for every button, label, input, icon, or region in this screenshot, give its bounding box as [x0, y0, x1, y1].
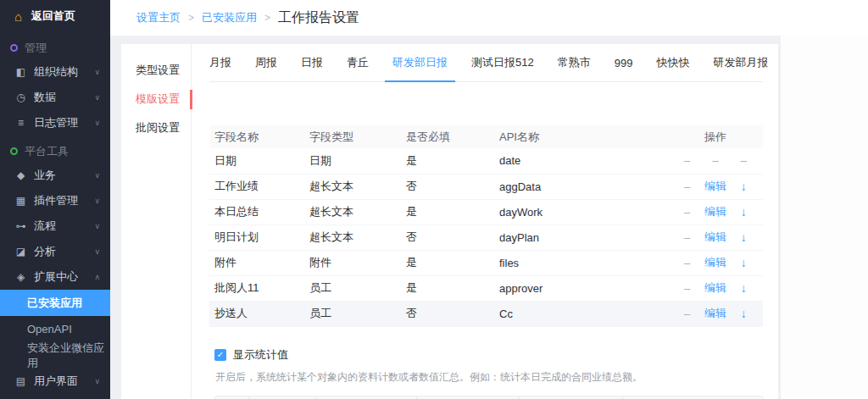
cell-api-name: files: [494, 250, 668, 275]
report-type-tab[interactable]: 青丘: [347, 44, 369, 81]
op-disabled-dash: –: [673, 206, 701, 219]
table-header-row: 字段名称 字段类型 是否必填 API名称 操作: [209, 125, 763, 148]
cell-required: 是: [401, 275, 494, 301]
col-header-required: 是否必填: [401, 125, 494, 148]
report-type-tab[interactable]: 研发部日报: [392, 44, 448, 81]
row-operations: –––: [673, 154, 758, 167]
cell-field-name: 日期: [209, 148, 304, 174]
settings-menu-item[interactable]: 模版设置: [121, 86, 191, 112]
breadcrumb-link-settings-home[interactable]: 设置主页: [136, 10, 181, 25]
cell-field-name: 附件: [209, 250, 304, 275]
move-down-icon[interactable]: ↓: [730, 205, 758, 219]
fields-table: 字段名称 字段类型 是否必填 API名称 操作 日期日期是date–––工作业绩…: [209, 125, 763, 327]
ui-icon: ▤: [14, 375, 27, 387]
cell-required: 是: [401, 148, 494, 174]
op-disabled-dash: –: [730, 154, 758, 167]
sidebar-item[interactable]: ▤用户界面∨: [0, 369, 110, 394]
cell-required: 是: [401, 199, 494, 224]
sidebar-subitem[interactable]: OpenAPI: [0, 316, 110, 342]
sidebar-item-label: 扩展中心: [34, 269, 78, 285]
breadcrumb-separator-icon: >: [188, 12, 194, 24]
settings-menu-item[interactable]: 批阅设置: [121, 115, 191, 141]
report-type-tab[interactable]: 月报: [209, 44, 231, 81]
report-type-tab[interactable]: 日报: [301, 44, 323, 81]
sidebar-item-label: 日志管理: [34, 115, 78, 130]
report-type-tab[interactable]: 测试日报512: [471, 44, 534, 81]
report-type-tab[interactable]: 研发部月报: [713, 44, 768, 81]
field-row: 抄送人员工否Cc–编辑↓: [209, 301, 763, 326]
field-row: 本日总结超长文本是dayWork–编辑↓: [209, 199, 763, 224]
sidebar-item[interactable]: ▦插件管理∨: [0, 188, 110, 213]
circle-ring-icon: [10, 147, 18, 155]
sidebar-item[interactable]: ◪分析∨: [0, 239, 110, 264]
edit-field-link[interactable]: 编辑: [701, 230, 729, 245]
topbar: 设置主页 > 已安装应用 > 工作报告设置: [110, 0, 868, 36]
report-type-tabs: 月报周报日报青丘研发部日报测试日报512常熟市999快快快研发部月报研发部周报: [209, 44, 763, 82]
report-type-tab[interactable]: 999: [615, 44, 633, 81]
cell-field-name: 本日总结: [209, 199, 304, 224]
field-row: 工作业绩超长文本否aggData–编辑↓: [209, 174, 763, 199]
cell-field-name: 明日计划: [209, 224, 304, 250]
sidebar-item[interactable]: ⊶流程∨: [0, 213, 110, 239]
move-down-icon[interactable]: ↓: [730, 307, 758, 320]
chevron-down-icon: ∨: [94, 197, 100, 205]
row-operations: –编辑↓: [673, 179, 758, 194]
edit-field-link[interactable]: 编辑: [701, 179, 729, 194]
field-row: 批阅人11员工是approver–编辑↓: [209, 275, 763, 301]
sidebar-item-label: 插件管理: [34, 193, 78, 208]
content-card: 类型设置模版设置批阅设置 月报周报日报青丘研发部日报测试日报512常熟市999快…: [121, 44, 778, 399]
sidebar-item[interactable]: ◧组织结构∨: [0, 59, 110, 85]
edit-field-link[interactable]: 编辑: [701, 204, 729, 219]
row-operations: –编辑↓: [673, 230, 758, 245]
breadcrumb: 设置主页 > 已安装应用 > 工作报告设置: [136, 9, 359, 27]
op-disabled-dash: –: [673, 180, 701, 193]
sidebar-subitem[interactable]: 已安装应用: [0, 290, 110, 316]
move-down-icon[interactable]: ↓: [730, 230, 758, 244]
move-down-icon[interactable]: ↓: [730, 281, 758, 295]
breadcrumb-link-installed-apps[interactable]: 已安装应用: [202, 10, 257, 25]
cell-required: 否: [401, 224, 494, 250]
cell-field-type: 员工: [304, 275, 401, 301]
col-header-operations: 操作: [668, 125, 763, 148]
sidebar-item[interactable]: ◈扩展中心∧: [0, 264, 110, 290]
cell-field-name: 工作业绩: [209, 174, 304, 199]
sidebar-item-label: 数据: [34, 90, 56, 105]
move-down-icon[interactable]: ↓: [730, 256, 758, 269]
edit-field-link[interactable]: 编辑: [701, 306, 729, 321]
data-clock-icon: ◷: [14, 91, 27, 103]
edit-field-link[interactable]: 编辑: [701, 280, 729, 296]
home-icon: ⌂: [14, 9, 22, 24]
sidebar-item[interactable]: ≡日志管理∨: [0, 110, 110, 136]
chevron-down-icon: ∨: [94, 119, 100, 127]
sidebar-item[interactable]: ◷数据∨: [0, 85, 110, 110]
template-settings-panel: 月报周报日报青丘研发部日报测试日报512常熟市999快快快研发部月报研发部周报 …: [192, 44, 778, 399]
chevron-down-icon: ∨: [94, 171, 100, 180]
edit-field-link[interactable]: 编辑: [701, 255, 729, 270]
cell-required: 是: [401, 250, 494, 275]
sidebar-item-label: 用户界面: [34, 374, 78, 389]
cell-api-name: approver: [494, 275, 668, 301]
settings-menu-item[interactable]: 类型设置: [121, 58, 191, 83]
op-disabled-dash: –: [673, 257, 701, 269]
cell-field-type: 附件: [304, 250, 401, 275]
extension-icon: ◈: [14, 271, 27, 283]
sidebar: ⌂ 返回首页 管理◧组织结构∨◷数据∨≡日志管理∨平台工具◆业务∨▦插件管理∨⊶…: [0, 0, 110, 399]
log-list-icon: ≡: [14, 117, 27, 129]
sidebar-subitem[interactable]: 安装企业微信应用: [0, 342, 110, 369]
row-operations: –编辑↓: [673, 255, 758, 270]
op-disabled-dash: –: [673, 231, 701, 244]
sidebar-item[interactable]: ◆业务∨: [0, 163, 110, 188]
sidebar-subitem-label: OpenAPI: [27, 323, 72, 335]
show-stats-checkbox[interactable]: ✓: [214, 349, 226, 361]
report-type-tab[interactable]: 常熟市: [558, 44, 591, 81]
report-type-tab[interactable]: 周报: [255, 44, 277, 81]
chevron-down-icon: ∨: [94, 93, 100, 102]
col-header-api-name: API名称: [494, 125, 668, 148]
cell-field-name: 批阅人11: [209, 275, 304, 301]
op-disabled-dash: –: [673, 308, 701, 320]
sidebar-home-button[interactable]: ⌂ 返回首页: [0, 0, 110, 32]
sidebar-group-label: 管理: [25, 41, 47, 56]
report-type-tab[interactable]: 快快快: [656, 44, 689, 81]
move-down-icon[interactable]: ↓: [730, 180, 758, 193]
fields-table-body: 日期日期是date–––工作业绩超长文本否aggData–编辑↓本日总结超长文本…: [209, 148, 763, 326]
